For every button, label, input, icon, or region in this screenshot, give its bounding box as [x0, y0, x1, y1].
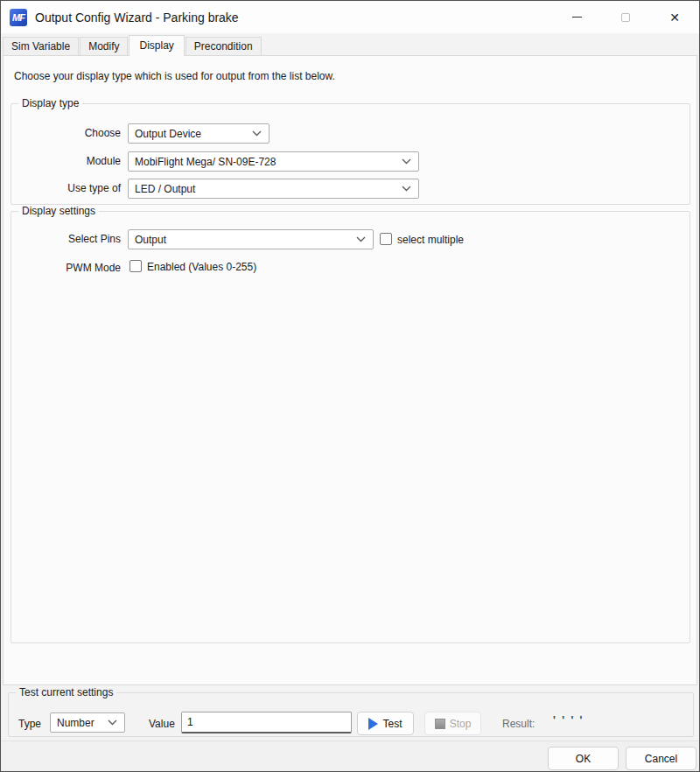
tab-sim-variable[interactable]: Sim Variable: [3, 37, 79, 56]
chevron-down-icon: [402, 158, 411, 165]
titlebar: MF Output Config Wizard - Parking brake …: [1, 1, 699, 33]
module-select[interactable]: MobiFlight Mega/ SN-09E-728: [128, 151, 419, 172]
close-button[interactable]: ✕: [650, 1, 699, 33]
tab-display[interactable]: Display: [129, 35, 184, 57]
minimize-icon: [572, 17, 582, 18]
chevron-down-icon: [402, 186, 411, 192]
use-type-select[interactable]: LED / Output: [128, 179, 419, 199]
chevron-down-icon: [108, 719, 117, 726]
select-pins-selected-value: Output: [135, 234, 166, 246]
test-settings-legend: Test current settings: [16, 686, 116, 698]
test-button[interactable]: Test: [357, 712, 414, 735]
chevron-down-icon: [252, 130, 262, 137]
close-icon: ✕: [669, 11, 680, 24]
stop-button-label: Stop: [450, 718, 472, 730]
stop-icon: [435, 719, 445, 729]
test-button-label: Test: [382, 718, 402, 730]
display-type-legend: Display type: [18, 97, 82, 109]
choose-selected-value: Output Device: [135, 128, 201, 140]
choose-select[interactable]: Output Device: [128, 123, 270, 144]
stop-button[interactable]: Stop: [424, 712, 481, 735]
type-label: Type: [0, 718, 41, 730]
ok-button-label: OK: [576, 753, 591, 765]
maximize-icon: [621, 13, 630, 22]
dialog-footer: OK Cancel: [1, 740, 699, 772]
tab-modify[interactable]: Modify: [80, 37, 128, 56]
module-label: Module: [11, 155, 121, 167]
display-settings-legend: Display settings: [18, 205, 99, 217]
result-label: Result:: [502, 718, 535, 730]
tab-precondition[interactable]: Precondition: [186, 37, 262, 56]
use-type-selected-value: LED / Output: [135, 183, 195, 195]
pwm-enabled-checkbox[interactable]: [130, 260, 142, 272]
ok-button[interactable]: OK: [548, 747, 619, 770]
mobiflight-logo-icon: MF: [10, 9, 27, 26]
chevron-down-icon: [356, 236, 366, 242]
maximize-button[interactable]: [601, 1, 650, 33]
module-selected-value: MobiFlight Mega/ SN-09E-728: [135, 156, 276, 168]
test-settings-group: Test current settings Type Number Value …: [8, 692, 694, 737]
type-select[interactable]: Number: [50, 712, 125, 733]
cancel-button[interactable]: Cancel: [626, 747, 696, 770]
display-tab-page: Choose your display type which is used f…: [3, 55, 697, 685]
value-label: Value: [149, 718, 175, 730]
output-config-wizard-window: MF Output Config Wizard - Parking brake …: [0, 0, 700, 772]
use-type-label: Use type of: [11, 182, 121, 194]
tab-strip: Sim Variable Modify Display Precondition: [3, 35, 262, 56]
value-input[interactable]: [181, 712, 352, 733]
cancel-button-label: Cancel: [645, 753, 677, 765]
pwm-enabled-label: Enabled (Values 0-255): [147, 261, 256, 273]
type-selected-value: Number: [57, 717, 94, 729]
pwm-mode-label: PWM Mode: [11, 262, 121, 274]
result-value: ' ' ' ': [553, 714, 584, 726]
display-settings-group: Display settings Select Pins Output sele…: [10, 211, 690, 643]
play-icon: [368, 718, 378, 730]
choose-label: Choose: [11, 127, 121, 139]
window-title: Output Config Wizard - Parking brake: [35, 11, 239, 25]
select-multiple-label: select multiple: [397, 234, 464, 246]
select-pins-select[interactable]: Output: [128, 229, 374, 249]
window-controls: ✕: [552, 1, 699, 33]
display-type-group: Display type Choose Output Device Module…: [10, 103, 690, 205]
instruction-text: Choose your display type which is used f…: [14, 70, 335, 82]
minimize-button[interactable]: [552, 1, 601, 33]
select-pins-label: Select Pins: [11, 233, 121, 245]
select-multiple-checkbox[interactable]: [380, 233, 392, 245]
